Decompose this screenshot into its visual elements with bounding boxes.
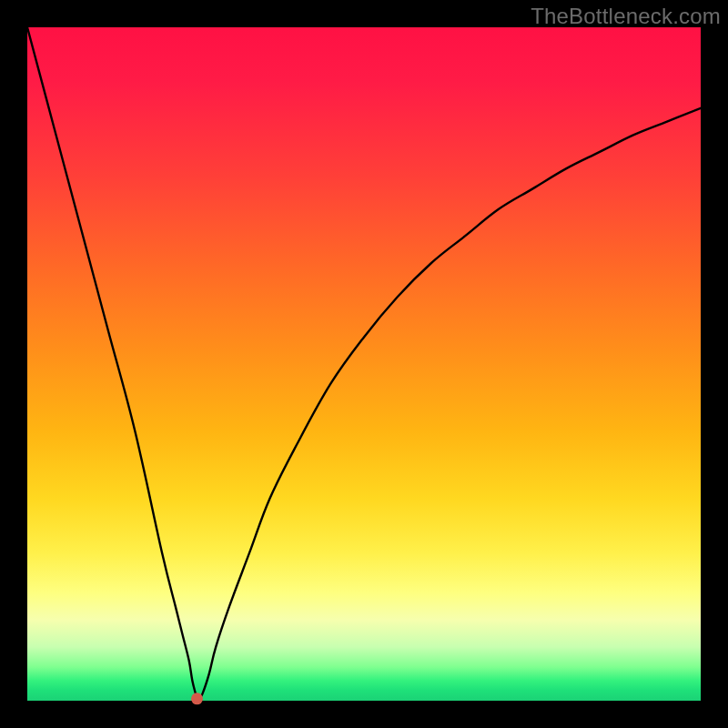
minimum-marker: [191, 693, 203, 704]
watermark-text: TheBottleneck.com: [531, 4, 721, 29]
bottleneck-curve: [27, 27, 701, 699]
plot-area: [27, 27, 701, 701]
curve-svg: [27, 27, 701, 701]
chart-frame: TheBottleneck.com: [0, 0, 728, 728]
